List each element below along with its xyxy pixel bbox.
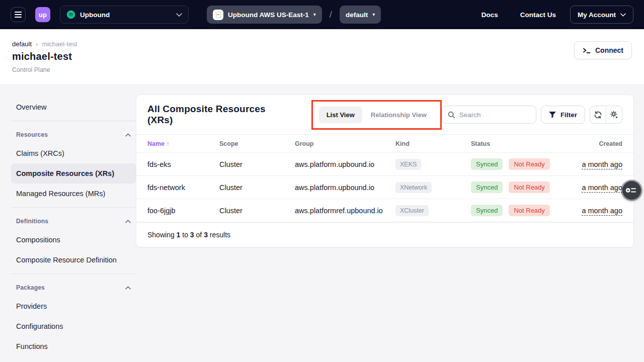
refresh-icon [594, 111, 602, 119]
section-title: Resources [16, 131, 48, 138]
sidebar-item-compositions[interactable]: Compositions [11, 230, 136, 250]
sort-asc-icon: ↑ [167, 140, 170, 147]
org-avatar-icon [66, 10, 75, 19]
kind-badge: XCluster [395, 205, 429, 216]
cell-group: aws.platform.upbound.io [295, 184, 395, 192]
not-ready-badge: Not Ready [509, 158, 549, 170]
auto-refresh-settings-button[interactable] [606, 106, 622, 123]
filter-button[interactable]: Filter [541, 106, 585, 124]
card-title: All Composite Resources (XRs) [147, 104, 287, 126]
sidebar-section-resources[interactable]: Resources [11, 125, 136, 143]
sidebar-item-overview[interactable]: Overview [11, 97, 136, 117]
org-selector-dropdown[interactable]: Upbound [60, 6, 189, 24]
chevron-down-icon [620, 13, 626, 17]
caret-down-icon: ▾ [372, 12, 375, 17]
section-title: Packages [16, 284, 45, 291]
sidebar-section-packages[interactable]: Packages [11, 278, 136, 296]
search-icon [448, 111, 455, 119]
cell-group: aws.platform.upbound.io [295, 160, 395, 168]
sidebar-item-xrd[interactable]: Composite Resource Definition [11, 250, 136, 270]
table-header-row: Name ↑ Scope Group Kind Status Created [136, 134, 633, 153]
divider [11, 274, 136, 274]
column-header-created[interactable]: Created [574, 140, 622, 147]
chevron-right-icon: › [36, 40, 38, 48]
relationship-view-tab[interactable]: Relationship View [363, 107, 434, 123]
top-navbar: up Upbound Upbound AWS US-East-1 ▾ / def… [0, 0, 644, 29]
upbound-logo[interactable]: up [35, 7, 50, 22]
sidebar-item-configurations[interactable]: Configurations [11, 316, 136, 336]
kind-badge: XEKS [395, 159, 421, 170]
results-from: 1 [177, 231, 181, 239]
results-total: 3 [204, 231, 208, 239]
table-row[interactable]: foo-6jgjb Cluster aws.platformref.upboun… [136, 199, 633, 222]
section-title: Definitions [16, 218, 48, 225]
connect-button[interactable]: Connect [574, 41, 632, 59]
main-content: All Composite Resources (XRs) List View … [136, 85, 644, 247]
view-toggle-highlight-annotation: List View Relationship View [311, 100, 442, 130]
xr-list-card: All Composite Resources (XRs) List View … [136, 95, 634, 247]
column-header-status[interactable]: Status [471, 140, 574, 147]
cell-scope: Cluster [219, 184, 295, 192]
docs-link[interactable]: Docs [481, 11, 498, 19]
my-account-label: My Account [578, 11, 616, 19]
gear-play-icon [610, 110, 619, 119]
page-header: default › michael-test michael-test Cont… [0, 29, 644, 85]
space-selector-dropdown[interactable]: Upbound AWS US-East-1 ▾ [207, 6, 322, 24]
synced-badge: Synced [471, 182, 503, 193]
list-view-tab[interactable]: List View [319, 107, 362, 123]
sidebar-section-definitions[interactable]: Definitions [11, 211, 136, 230]
column-header-group[interactable]: Group [295, 140, 395, 147]
page-subtitle: Control Plane [12, 66, 632, 73]
cell-name[interactable]: fds-eks [147, 160, 219, 168]
cell-scope: Cluster [219, 160, 295, 168]
kind-badge: XNetwork [395, 182, 432, 193]
connect-label: Connect [595, 46, 623, 54]
chevron-down-icon [176, 13, 182, 17]
breadcrumb-current: michael-test [42, 40, 77, 48]
divider [11, 207, 136, 208]
results-to: 3 [190, 231, 194, 239]
hamburger-menu-icon[interactable] [11, 7, 26, 22]
contact-us-link[interactable]: Contact Us [520, 11, 556, 19]
search-box [442, 106, 536, 124]
filter-funnel-icon [549, 112, 556, 118]
search-input[interactable] [459, 111, 530, 119]
table-actions [590, 106, 622, 124]
feedback-widget-button[interactable] [622, 181, 641, 200]
chevron-up-icon [125, 220, 131, 223]
created-time[interactable]: a month ago [582, 160, 622, 169]
refresh-button[interactable] [590, 106, 606, 123]
page-title: michael-test [12, 51, 632, 62]
caret-down-icon: ▾ [313, 12, 316, 17]
chevron-up-icon [125, 286, 131, 290]
sidebar-item-composite-resources[interactable]: Composite Resources (XRs) [11, 163, 136, 184]
created-time[interactable]: a month ago [582, 184, 622, 193]
column-header-kind[interactable]: Kind [395, 140, 471, 147]
created-time[interactable]: a month ago [582, 207, 622, 216]
group-selector-label: default [346, 11, 368, 19]
breadcrumb-slash: / [330, 9, 332, 20]
filter-label: Filter [560, 111, 577, 119]
table-row[interactable]: fds-network Cluster aws.platform.upbound… [136, 176, 633, 199]
synced-badge: Synced [471, 158, 503, 170]
sidebar-item-providers[interactable]: Providers [11, 296, 136, 316]
cell-name[interactable]: fds-network [147, 184, 219, 192]
column-header-scope[interactable]: Scope [219, 140, 295, 147]
org-selector-label: Upbound [80, 11, 172, 19]
group-selector-dropdown[interactable]: default ▾ [340, 6, 381, 24]
sidebar-item-claims[interactable]: Claims (XRCs) [11, 143, 136, 163]
cell-name[interactable]: foo-6jgjb [147, 207, 219, 215]
sidebar: Overview Resources Claims (XRCs) Composi… [0, 85, 136, 356]
sidebar-item-managed-resources[interactable]: Managed Resources (MRs) [11, 184, 136, 204]
breadcrumb-parent[interactable]: default [12, 40, 32, 48]
divider [11, 121, 136, 121]
my-account-dropdown[interactable]: My Account [570, 6, 633, 24]
terminal-icon [583, 47, 591, 54]
not-ready-badge: Not Ready [509, 182, 549, 193]
chevron-up-icon [125, 133, 131, 137]
table-row[interactable]: fds-eks Cluster aws.platform.upbound.io … [136, 153, 633, 176]
cell-scope: Cluster [219, 207, 295, 215]
column-header-name[interactable]: Name ↑ [147, 140, 219, 147]
sidebar-item-functions[interactable]: Functions [11, 336, 136, 356]
cell-group: aws.platformref.upbound.io [295, 207, 395, 215]
